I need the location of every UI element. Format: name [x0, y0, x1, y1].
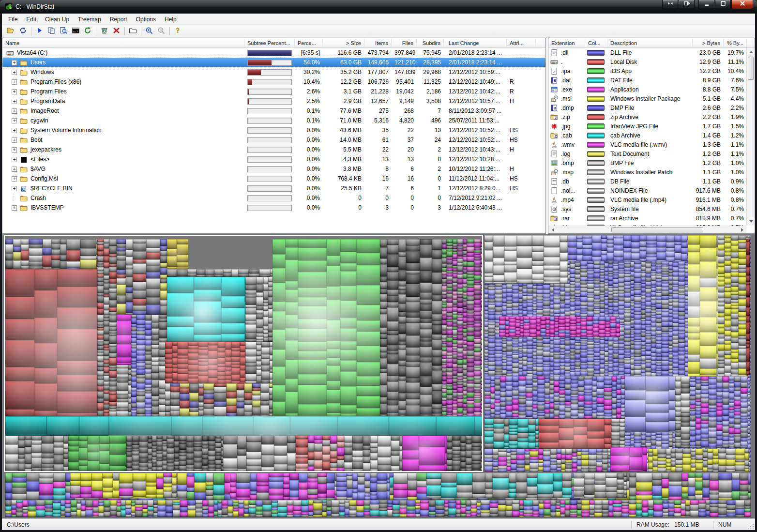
ext-column-header-4[interactable]: % By... [724, 38, 747, 47]
expand-plus-icon[interactable]: + [12, 137, 17, 143]
tree-row--avg[interactable]: +$AVG0.0%3.8 MB86210/12/2012 11:26:...H [2, 164, 545, 174]
tree-row-config-msi[interactable]: +Config.Msi0.0%768.4 KB1616011/12/2012 1… [2, 174, 545, 183]
treemap-canvas[interactable] [2, 234, 754, 517]
scroll-up-button[interactable] [747, 48, 755, 56]
expand-plus-icon[interactable]: + [12, 79, 17, 85]
extension-row-[interactable]: .Local Disk12.9 GB11.1% [548, 57, 755, 66]
extension-row-ipa[interactable]: ♪.ipaiOS App12.2 GB10.4% [548, 66, 755, 76]
scroll-down-button[interactable] [747, 218, 755, 226]
expand-plus-icon[interactable]: + [12, 147, 17, 152]
delete-button[interactable] [110, 26, 122, 37]
menu-treemap[interactable]: Treemap [74, 15, 106, 24]
expand-plus-icon[interactable]: + [12, 205, 17, 211]
tree-column-header-8[interactable]: Attri... [507, 38, 536, 47]
tree-row-programdata[interactable]: +ProgramData2.5%2.9 GB12,6579,1493,50812… [2, 96, 545, 106]
expand-plus-icon[interactable]: + [12, 99, 17, 104]
extension-row-zip[interactable]: Z.zipzip Archive2.2 GB1.9% [548, 112, 755, 122]
tree-row-crash[interactable]: Crash0.0%00007/12/2012 9:21:02 ... [2, 193, 545, 203]
extension-row-jpg[interactable]: .jpgIrfanView JPG File1.7 GB1.5% [548, 122, 755, 131]
expand-plus-icon[interactable]: + [12, 108, 17, 114]
extension-row-bmp[interactable]: .bmpBMP File1.2 GB1.0% [548, 158, 755, 167]
expand-plus-icon[interactable]: + [12, 118, 17, 123]
ext-column-header-3[interactable]: > Bytes [693, 38, 724, 47]
tree-row--files-[interactable]: +<Files>0.0%4.3 MB1313012/12/2012 10:28:… [2, 154, 545, 164]
zoom-out-button[interactable] [155, 26, 167, 37]
menu-file[interactable]: File [4, 15, 22, 24]
empty-folder-button[interactable] [127, 26, 139, 37]
ext-column-header-1[interactable]: Col... [585, 38, 607, 47]
tree-row-cygwin[interactable]: +cygwin0.1%71.0 MB5,3164,82049625/07/201… [2, 116, 545, 125]
refresh-selected-button[interactable] [82, 26, 94, 37]
tree-row-program-files-x86-[interactable]: +Program Files (x86)10.4%12.2 GB106,7269… [2, 77, 545, 87]
expand-plus-icon[interactable]: + [12, 176, 17, 182]
tree-row-system-volume-information[interactable]: +System Volume Information0.0%43.6 MB352… [2, 125, 545, 135]
vertical-scrollbar[interactable] [746, 48, 755, 226]
expand-plus-icon[interactable]: + [12, 186, 17, 191]
extension-row-cab[interactable]: C.cabcab Archive1.4 GB1.2% [548, 131, 755, 140]
scroll-right-button[interactable] [738, 226, 746, 234]
open-folder-button[interactable] [5, 26, 17, 37]
extension-row-sys[interactable]: .sysSystem file854.6 MB0.7% [548, 204, 755, 213]
expand-plus-icon[interactable]: + [12, 89, 17, 94]
tree-column-header-1[interactable]: Subtree Percent... [244, 38, 295, 47]
extension-row-log[interactable]: .logText Document1.2 GB1.1% [548, 149, 755, 158]
tree-row-program-files[interactable]: +Program Files2.6%3.1 GB21,22819,0422,18… [2, 87, 545, 96]
explorer-find-button[interactable] [58, 26, 70, 37]
recycle-bin-button[interactable] [98, 26, 110, 37]
menu-edit[interactable]: Edit [22, 15, 41, 24]
tree-row--recycle-bin[interactable]: +$RECYCLE.BIN0.0%25.5 KB76112/12/2012 8:… [2, 183, 545, 193]
tree-row-jexepackres[interactable]: +jexepackres0.0%5.5 MB2220212/12/2012 10… [2, 145, 545, 154]
maximize-button[interactable] [715, 0, 731, 9]
tree-row-boot[interactable]: +Boot0.0%14.0 MB61372412/12/2012 10:52:.… [2, 135, 545, 145]
tree-row-vista64-c-[interactable]: Vista64 (C:)[6:35 s]116.6 GB473,794397,8… [2, 48, 545, 58]
extension-row-dat[interactable]: B.datDAT File8.9 GB7.6% [548, 76, 755, 85]
horizontal-scroll-thumb[interactable] [611, 227, 703, 232]
tree-column-header-2[interactable]: Perce... [295, 38, 323, 47]
console-button[interactable]: c:\ [70, 26, 82, 37]
tree-column-header-7[interactable]: Last Change [444, 38, 507, 47]
expand-plus-icon[interactable]: + [12, 128, 17, 133]
resize-grip[interactable] [748, 523, 754, 529]
close-button[interactable] [731, 0, 753, 9]
minimize-button[interactable] [698, 0, 714, 9]
extension-row-db[interactable]: .dbDB File1.1 GB0.9% [548, 177, 755, 186]
expand-plus-icon[interactable]: + [12, 167, 17, 172]
menu-help[interactable]: Help [160, 15, 181, 24]
play-button[interactable] [33, 26, 45, 37]
extension-row-dll[interactable]: .dllDLL File23.0 GB19.7% [548, 48, 755, 57]
tree-row-imageroot[interactable]: +ImageRoot0.1%77.6 MB27526878/11/2012 3:… [2, 106, 545, 116]
menu-clean-up[interactable]: Clean Up [41, 15, 74, 24]
extension-row-wmv[interactable]: .wmvVLC media file (.wmv)1.3 GB1.1% [548, 140, 755, 149]
popout-button[interactable] [679, 0, 695, 9]
extension-row-dmp[interactable]: B.dmpDMP File2.6 GB2.2% [548, 103, 755, 112]
tree-column-header-6[interactable]: Subdirs [417, 38, 444, 47]
arrows-button[interactable] [662, 0, 678, 9]
ext-column-header-0[interactable]: Extension [548, 38, 585, 47]
extension-row-mp4[interactable]: .mp4VLC media file (.mp4)916.1 MB0.8% [548, 195, 755, 204]
tree-column-header-0[interactable]: Name [2, 38, 244, 47]
tree-row-users[interactable]: +Users54.0%63.0 GB149,605121,21028,3952/… [2, 58, 545, 67]
zoom-in-button[interactable] [143, 26, 155, 37]
copy-button[interactable] [45, 26, 58, 37]
expand-plus-icon[interactable]: + [12, 60, 17, 65]
extension-row-noi[interactable]: .noi...NOINDEX File917.6 MB0.8% [548, 186, 755, 195]
tree-row-windows[interactable]: +Windows30.2%35.2 GB177,807147,83929,968… [2, 67, 545, 77]
help-button[interactable]: ? [172, 26, 184, 37]
vertical-scroll-thumb[interactable] [748, 57, 754, 80]
ext-column-header-2[interactable]: Description [607, 38, 693, 47]
treemap-view[interactable] [2, 234, 755, 518]
tree-column-header-5[interactable]: Files [392, 38, 417, 47]
tree-column-header-4[interactable]: Items [364, 38, 392, 47]
horizontal-scrollbar[interactable] [548, 226, 746, 233]
extension-row-msi[interactable]: .msiWindows Installer Package5.1 GB4.4% [548, 94, 755, 103]
extension-row-msp[interactable]: .mspWindows Installer Patch1.1 GB1.0% [548, 167, 755, 177]
expand-plus-icon[interactable]: + [12, 70, 17, 75]
menu-options[interactable]: Options [132, 15, 160, 24]
tree-column-header-3[interactable]: > Size [323, 38, 364, 47]
expand-plus-icon[interactable]: + [12, 157, 17, 162]
menu-report[interactable]: Report [106, 15, 132, 24]
scroll-left-button[interactable] [548, 226, 557, 234]
tree-row-ibvsstemp[interactable]: +IBVSSTEMP0.0%03031/12/2012 5:40:43 ... [2, 203, 545, 213]
extension-row-exe[interactable]: .exeApplication8.8 GB7.5% [548, 85, 755, 94]
refresh-all-button[interactable] [17, 26, 29, 37]
